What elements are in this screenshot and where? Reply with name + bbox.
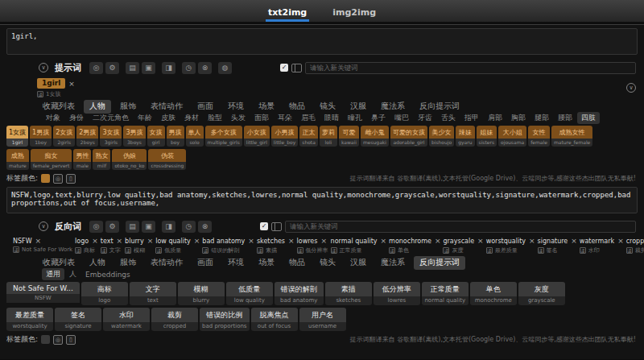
remove-chip-icon[interactable]: × <box>35 237 42 245</box>
tab-人物[interactable]: 人物 <box>84 256 111 270</box>
negative-keyword-input[interactable] <box>285 221 636 233</box>
remove-chip-icon[interactable]: × <box>477 237 484 245</box>
remove-chip-icon[interactable]: × <box>117 237 123 245</box>
subcategory-耳朵[interactable]: 耳朵 <box>274 112 296 124</box>
remove-chip-icon[interactable]: × <box>617 237 624 245</box>
tag-normal quality[interactable]: 正常质量normal quality <box>422 282 469 305</box>
chip-1girl[interactable]: 1girl <box>37 78 65 89</box>
tag-color-swatch[interactable] <box>41 335 50 344</box>
tag-worstquality[interactable]: 最差质量worstquality <box>6 308 53 331</box>
tag-milf[interactable]: 熟女milf <box>93 149 110 170</box>
remove-chip-icon[interactable]: × <box>147 237 154 245</box>
settings-icon[interactable]: ⚙ <box>105 221 119 233</box>
tag-cropped[interactable]: 裁剪cropped <box>151 308 198 331</box>
toggle-icon[interactable] <box>271 222 282 231</box>
load-preset-icon[interactable]: ▣ <box>142 62 155 74</box>
tab-反向提示词[interactable]: 反向提示词 <box>414 256 465 270</box>
subcategory-眼睛[interactable]: 眼睛 <box>320 112 343 124</box>
tag-shota[interactable]: 正太shota <box>299 126 318 147</box>
clear-icon[interactable]: ⊗ <box>198 221 212 233</box>
subcategory-脸型[interactable]: 脸型 <box>204 112 226 124</box>
tag-watermark[interactable]: 水印watermark <box>103 308 150 331</box>
tag-sisters[interactable]: 姐妹sisters <box>477 126 497 147</box>
subcategory-指甲[interactable]: 指甲 <box>460 112 483 124</box>
subcategory-鼻子[interactable]: 鼻子 <box>367 112 390 124</box>
subcategory-四肢[interactable]: 四肢 <box>577 112 600 124</box>
checkbox-checked-icon[interactable]: ✓ <box>280 64 288 72</box>
negative-prompt-textarea[interactable]: NSFW,logo,text,blurry,low quality,bad an… <box>6 187 638 213</box>
tag-monochrome[interactable]: 单色monochrome <box>470 282 517 305</box>
subcategory-年龄[interactable]: 年龄 <box>134 112 156 124</box>
history-icon[interactable]: ◷ <box>182 62 196 74</box>
color-reset-icon[interactable]: ▯ <box>66 174 76 184</box>
tab-镜头[interactable]: 镜头 <box>314 256 341 270</box>
tab-场景[interactable]: 场景 <box>253 256 280 270</box>
color-picker-icon[interactable]: ◎ <box>53 174 63 184</box>
tab-表情动作[interactable]: 表情动作 <box>145 100 188 114</box>
subcategory-胸部[interactable]: 胸部 <box>507 112 530 124</box>
tab-镜头[interactable]: 镜头 <box>314 100 341 114</box>
remove-chip-icon[interactable]: × <box>529 237 535 245</box>
save-preset-icon[interactable]: ▤ <box>126 62 139 74</box>
tag-adorable_girl[interactable]: 可爱的女孩adorable_girl <box>390 126 427 147</box>
tab-物品[interactable]: 物品 <box>283 256 311 270</box>
tag-2girls[interactable]: 2女孩2girls <box>53 126 75 147</box>
tab-魔法系[interactable]: 魔法系 <box>375 256 411 270</box>
tag-solo[interactable]: 单人solo <box>186 126 204 147</box>
tab-物品[interactable]: 物品 <box>283 100 311 114</box>
remove-chip-icon[interactable]: × <box>92 237 98 245</box>
tab-表情动作[interactable]: 表情动作 <box>145 256 188 270</box>
subcategory-嘴巴[interactable]: 嘴巴 <box>390 112 413 124</box>
tab-收藏列表[interactable]: 收藏列表 <box>37 256 80 270</box>
subcategory-人[interactable]: 人 <box>65 268 80 280</box>
tag-loli[interactable]: 萝莉loli <box>320 126 337 147</box>
clear-icon[interactable]: ⊗ <box>198 62 212 74</box>
tag-little_girl[interactable]: 小女孩little_girl <box>244 126 270 147</box>
tag-1girl[interactable]: 1女孩1girl <box>6 126 28 147</box>
tag-crossdressing[interactable]: 伪装crossdressing <box>148 149 186 170</box>
subcategory-眉毛[interactable]: 眉毛 <box>297 112 320 124</box>
tag-3boys[interactable]: 3男孩3boys <box>123 126 145 147</box>
tag-1boy[interactable]: 1男孩1boy <box>30 126 52 147</box>
subcategory-牙齿[interactable]: 牙齿 <box>414 112 436 124</box>
tab-汉服[interactable]: 汉服 <box>345 256 372 270</box>
tab-人物[interactable]: 人物 <box>84 100 111 114</box>
tag-mature[interactable]: 成熟mature <box>6 149 29 170</box>
tag-lowres[interactable]: 低分辨率lowres <box>374 282 420 305</box>
tag-2boys[interactable]: 2男孩2boys <box>76 126 98 147</box>
checkbox-checked-icon[interactable]: ✓ <box>260 222 268 230</box>
tag-kawaii[interactable]: 可爱kawaii <box>339 126 359 147</box>
remove-chip-icon[interactable]: × <box>571 237 577 245</box>
remove-chip-icon[interactable]: × <box>435 237 441 245</box>
collapse-chevron-icon[interactable]: ∨ <box>39 221 48 231</box>
tag-female_pervert[interactable]: 痴女female_pervert <box>31 149 72 170</box>
tab-汉服[interactable]: 汉服 <box>345 100 372 114</box>
subcategory-腰部[interactable]: 腰部 <box>554 112 576 124</box>
help-icon[interactable]: ◍ <box>218 62 232 74</box>
tab-场景[interactable]: 场景 <box>253 100 280 114</box>
positive-keyword-input[interactable] <box>305 62 636 74</box>
tab-环境[interactable]: 环境 <box>222 256 250 270</box>
remove-chip-icon[interactable]: × <box>320 237 327 245</box>
color-picker-icon[interactable]: ◎ <box>53 335 63 345</box>
tag-multiple_girls[interactable]: 多个女孩multiple_girls <box>205 126 242 147</box>
tab-服饰[interactable]: 服饰 <box>114 100 142 114</box>
positive-prompt-textarea[interactable]: 1girl, <box>6 28 638 55</box>
tab-画面[interactable]: 画面 <box>192 100 219 114</box>
tag-low quality[interactable]: 低质量low quality <box>226 282 273 305</box>
subcategory-二次元角色[interactable]: 二次元角色 <box>89 112 133 124</box>
tab-服饰[interactable]: 服饰 <box>114 256 142 270</box>
tag-signature[interactable]: 签名signature <box>55 308 101 331</box>
tag-NSFW[interactable]: Not Safe For W...NSFW <box>6 282 80 305</box>
tab-环境[interactable]: 环境 <box>222 100 250 114</box>
tag-mature_female[interactable]: 成熟女性mature_female <box>551 126 592 147</box>
tag-male[interactable]: 男性male <box>73 149 91 170</box>
tag-grayscale[interactable]: 灰度grayscale <box>518 282 565 305</box>
subcategory-Embeddings[interactable]: Embeddings <box>81 270 134 279</box>
tag-little_boy[interactable]: 小男孩little_boy <box>271 126 298 147</box>
subcategory-对象[interactable]: 对象 <box>42 112 64 124</box>
toggle-icon[interactable] <box>291 64 302 72</box>
save-preset-icon[interactable]: ▤ <box>126 221 139 233</box>
tag-text[interactable]: 文字text <box>130 282 176 305</box>
tag-out of focus[interactable]: 脱离焦点out of focus <box>251 308 298 331</box>
